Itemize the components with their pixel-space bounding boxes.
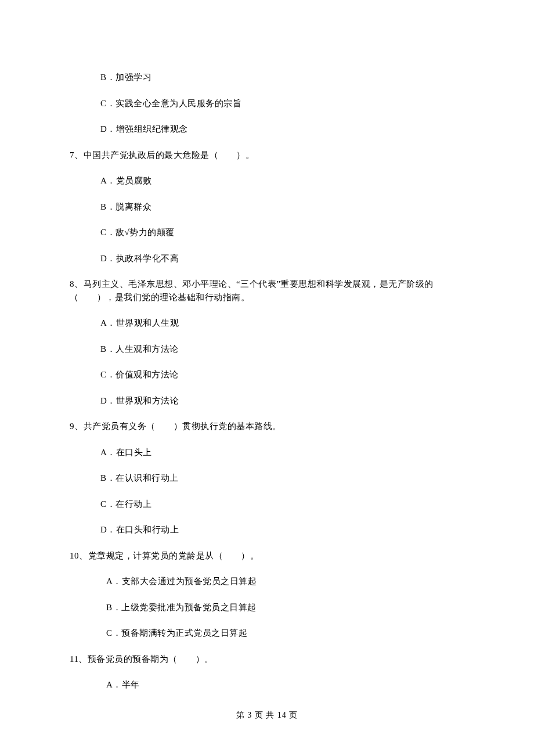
q8-option-d: D．世界观和方法论 (100, 394, 464, 408)
q8-option-b: B．人生观和方法论 (100, 343, 464, 356)
q8-option-c: C．价值观和方法论 (100, 368, 464, 381)
q9-option-d: D．在口头和行动上 (100, 523, 464, 537)
q7-option-d: D．执政科学化不高 (100, 252, 464, 265)
q6-option-b: B．加强学习 (100, 71, 464, 84)
q6-option-d: D．增强组织纪律观念 (100, 123, 464, 136)
q7-stem: 7、中国共产党执政后的最大危险是（ ）。 (70, 149, 464, 162)
q11-option-a: A．半年 (106, 678, 464, 692)
q10-option-a: A．支部大会通过为预备党员之日算起 (106, 575, 464, 588)
q10-option-b: B．上级党委批准为预备党员之日算起 (106, 601, 464, 614)
q10-stem: 10、党章规定，计算党员的党龄是从（ ）。 (70, 549, 464, 563)
q6-option-c: C．实践全心全意为人民服务的宗旨 (100, 97, 464, 110)
q10-option-c: C．预备期满转为正式党员之日算起 (106, 627, 464, 640)
page-footer: 第 3 页 共 14 页 (0, 709, 534, 721)
q7-option-b: B．脱离群众 (100, 200, 464, 214)
q7-option-c: C．敌√势力的颠覆 (100, 226, 464, 239)
page-content: B．加强学习 C．实践全心全意为人民服务的宗旨 D．增强组织纪律观念 7、中国共… (0, 0, 534, 692)
q11-stem: 11、预备党员的预备期为（ ）。 (70, 653, 464, 666)
q7-option-a: A．党员腐败 (100, 174, 464, 188)
q9-stem: 9、共产党员有义务（ ）贯彻执行党的基本路线。 (70, 420, 464, 433)
q8-option-a: A．世界观和人生观 (100, 316, 464, 330)
q9-option-a: A．在口头上 (100, 446, 464, 459)
q9-option-b: B．在认识和行动上 (100, 471, 464, 485)
q9-option-c: C．在行动上 (100, 498, 464, 511)
q8-stem: 8、马列主义、毛泽东思想、邓小平理论、“三个代表”重要思想和科学发展观，是无产阶… (70, 278, 464, 304)
